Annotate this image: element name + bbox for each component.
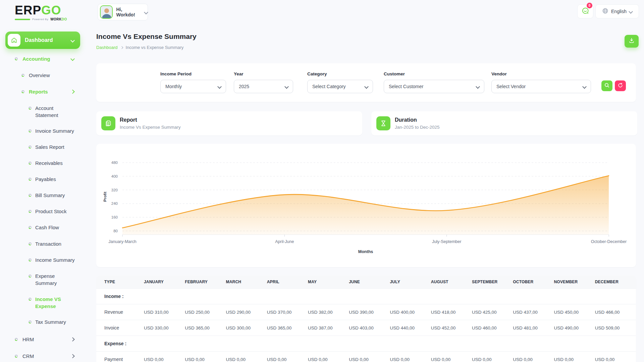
bullet-icon [15,57,18,60]
bullet-icon [21,74,24,77]
svg-text:400: 400 [111,174,118,178]
svg-text:July-September: July-September [432,239,462,244]
chevron-down-icon [217,84,222,89]
bullet-icon [29,162,32,165]
vendor-select[interactable]: Select Vendor [491,80,591,93]
bullet-icon [29,129,32,132]
year-label: Year [234,71,293,76]
svg-text:January-March: January-March [108,239,136,244]
avatar [100,5,113,19]
hourglass-icon [376,116,390,130]
year-select[interactable]: 2025 [234,80,293,93]
home-icon [8,34,20,47]
language-selector[interactable]: English [595,4,639,18]
duration-card: Duration Jan-2025 to Dec-2025 [371,111,637,135]
chevron-down-icon [476,84,480,89]
chevron-down-icon [629,9,633,14]
bullet-icon [29,107,32,110]
chevron-down-icon [582,84,587,89]
svg-text:240: 240 [111,201,118,205]
svg-text:160: 160 [111,215,118,219]
filter-category: Category Select Category [307,71,373,93]
chevron-down-icon [284,84,289,89]
income-expense-table: TYPEJANUARYFEBRUARY MARCHAPRILMAY JUNEJU… [96,276,636,362]
bullet-icon [15,355,18,358]
vendor-label: Vendor [491,71,591,76]
breadcrumb-current: Income vs Expense Summary [126,45,184,50]
app-logo[interactable]: ERPGO Powered By WORKDO [15,4,82,21]
svg-text:80: 80 [113,229,118,233]
chevron-down-icon [70,38,75,43]
chevron-down-icon [144,10,148,14]
user-menu[interactable]: Hi, Workdo! [98,4,148,20]
bullet-icon [29,210,32,213]
category-label: Category [307,71,373,76]
income-period-label: Income Period [160,71,226,76]
logo-underline [15,19,30,20]
bullet-icon [29,145,32,148]
section-row-income: Income : [96,289,636,304]
filter-panel: Income Period Monthly Year 2025 Category… [96,63,636,102]
svg-text:Months: Months [358,249,373,254]
globe-icon [602,8,608,15]
report-card: Report Income Vs Expense Summary [96,111,362,135]
duration-title: Duration [395,117,440,123]
report-title: Report [120,117,181,123]
sidebar-item-dashboard[interactable]: Dashboard [5,32,80,49]
table-row-payment: Payment USD 0,00USD 0,00 USD 0,00USD 0,0… [96,352,636,362]
download-button[interactable] [625,35,639,48]
income-period-select[interactable]: Monthly [160,80,226,93]
report-subtitle: Income Vs Expense Summary [120,125,181,130]
sidebar-item-label: Dashboard [25,37,71,43]
svg-text:320: 320 [111,188,118,192]
bullet-icon [21,90,24,93]
section-row-expense: Expense : [96,336,636,352]
duration-subtitle: Jan-2025 to Dec-2025 [395,125,440,130]
customer-label: Customer [384,71,484,76]
category-select[interactable]: Select Category [307,80,373,93]
reset-button[interactable] [615,80,626,91]
language-label: English [611,9,627,14]
profit-area-chart: 48040032024016080January-MarchApril-June… [96,144,636,267]
bullet-icon [29,178,32,181]
page-title: Income Vs Expense Summary [96,33,197,41]
chevron-down-icon [70,57,75,61]
bullet-icon [29,194,32,197]
notification-badge: 0 [587,3,592,8]
breadcrumb-separator-icon [120,46,123,49]
chevron-right-icon [70,337,75,342]
powered-by-label: Powered By [32,18,48,21]
customer-select[interactable]: Select Customer [384,80,484,93]
bullet-icon [29,298,32,301]
breadcrumb-dashboard-link[interactable]: Dashboard [96,45,118,50]
table-row-invoice: Invoice USD 330,00USD 365,00 USD 300,00U… [96,320,636,336]
report-icon [101,116,115,130]
svg-text:April-June: April-June [275,239,294,244]
bullet-icon [15,338,18,341]
profit-chart-card: 48040032024016080January-MarchApril-June… [96,144,636,267]
filter-vendor: Vendor Select Vendor [491,71,591,93]
user-greeting: Hi, Workdo! [116,7,141,17]
bullet-icon [29,275,32,278]
bullet-icon [29,226,32,229]
table-row-revenue: Revenue USD 310,00USD 250,00 USD 290,00U… [96,304,636,320]
filter-customer: Customer Select Customer [384,71,484,93]
filter-year: Year 2025 [234,71,293,93]
download-icon [628,37,635,45]
refresh-icon [618,82,623,89]
workdo-label: WORKDO [50,17,67,21]
bullet-icon [29,320,32,323]
svg-text:480: 480 [111,161,118,165]
bullet-icon [29,258,32,261]
filter-income-period: Income Period Monthly [160,71,226,93]
svg-text:Profit: Profit [103,192,107,202]
income-expense-table-card: TYPEJANUARYFEBRUARY MARCHAPRILMAY JUNEJU… [96,276,636,362]
chevron-down-icon [364,84,369,89]
breadcrumb: Dashboard Income vs Expense Summary [96,45,183,50]
search-button[interactable] [601,80,612,91]
chevron-right-icon [70,89,75,94]
chevron-right-icon [70,354,75,358]
svg-text:October-December: October-December [591,239,627,244]
bullet-icon [29,242,32,245]
table-header-row: TYPEJANUARYFEBRUARY MARCHAPRILMAY JUNEJU… [96,276,636,289]
